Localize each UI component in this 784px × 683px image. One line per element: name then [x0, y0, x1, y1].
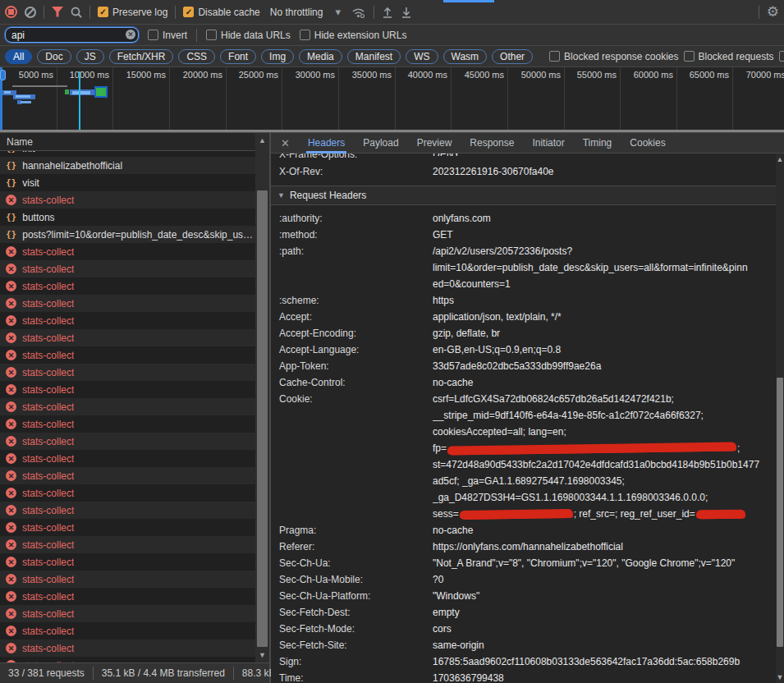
filter-chip-other[interactable]: Other — [492, 49, 533, 64]
close-icon[interactable]: ✕ — [281, 137, 290, 149]
table-row[interactable]: ✕stats-collect — [0, 536, 255, 553]
table-row[interactable]: ✕stats-collect — [0, 588, 255, 605]
header-value: 1703636799438 — [433, 670, 776, 683]
request-list-scrollbar[interactable]: ▲ ▼ — [255, 133, 269, 662]
fetch-xhr-icon: {} — [6, 160, 16, 171]
table-row[interactable]: ✕stats-collect — [0, 312, 255, 329]
table-row[interactable]: ✕stats-collect — [0, 605, 255, 622]
header-name: Time: — [271, 670, 433, 683]
table-row[interactable]: ✕stats-collect — [0, 450, 255, 467]
table-row[interactable]: ✕stats-collect — [0, 415, 255, 433]
filter-chip-wasm[interactable]: Wasm — [443, 49, 488, 64]
filter-chip-media[interactable]: Media — [299, 49, 342, 64]
request-headers-section[interactable]: ▼ Request Headers — [271, 186, 776, 205]
preserve-log-checkbox[interactable]: ✓ Preserve log — [98, 7, 167, 18]
filter-input[interactable] — [5, 27, 139, 43]
tab-preview[interactable]: Preview — [417, 133, 452, 154]
header-value: 16785:5aad9602cf110608b03133de563642fac1… — [433, 653, 776, 670]
disable-cache-checkbox[interactable]: ✓ Disable cache — [183, 7, 259, 18]
filter-chip-manifest[interactable]: Manifest — [347, 49, 401, 64]
hide-extension-urls-checkbox[interactable]: Hide extension URLs — [300, 30, 407, 41]
blocked-response-cookies-checkbox[interactable]: Blocked response cookies — [549, 51, 678, 62]
throttling-select[interactable]: No throttling ▾ — [270, 7, 341, 18]
table-row[interactable]: {}init — [0, 151, 255, 157]
table-row[interactable]: ✕stats-collect — [0, 622, 255, 639]
table-row[interactable]: {}visit — [0, 174, 255, 191]
tab-initiator[interactable]: Initiator — [532, 133, 564, 154]
filter-chip-img[interactable]: Img — [261, 49, 294, 64]
filter-chip-css[interactable]: CSS — [178, 49, 215, 64]
tab-payload[interactable]: Payload — [363, 133, 398, 154]
tab-headers[interactable]: Headers — [308, 133, 345, 154]
table-row[interactable]: ✕stats-collect — [0, 364, 255, 381]
request-count: 33 / 381 requests — [8, 667, 85, 679]
table-row[interactable]: ✕stats-collect — [0, 553, 255, 571]
scroll-down-icon[interactable]: ▼ — [776, 672, 784, 683]
network-conditions-icon[interactable] — [351, 7, 366, 18]
scroll-down-icon[interactable]: ▼ — [255, 649, 269, 661]
table-row[interactable]: ✕stats-collect — [0, 329, 255, 346]
tab-cookies[interactable]: Cookies — [630, 133, 665, 154]
clear-icon[interactable] — [25, 7, 36, 18]
scroll-up-icon[interactable]: ▲ — [255, 135, 269, 146]
table-row[interactable]: ✕stats-collect — [0, 467, 255, 484]
table-row[interactable]: ✕stats-collect — [0, 243, 255, 260]
scroll-up-icon[interactable]: ▲ — [776, 154, 784, 165]
table-row[interactable]: {}posts?limit=10&order=publish_date_desc… — [0, 226, 255, 243]
table-row[interactable]: ✕stats-collect — [0, 260, 255, 277]
import-har-icon[interactable] — [382, 7, 393, 18]
filter-chip-doc[interactable]: Doc — [37, 49, 71, 64]
filter-chip-all[interactable]: All — [5, 49, 32, 64]
table-row[interactable]: ✕stats-collect — [0, 519, 255, 536]
scrollbar-thumb[interactable] — [257, 190, 268, 647]
blocked-requests-checkbox[interactable]: Blocked requests — [684, 51, 774, 62]
network-overview-timeline[interactable]: 5000 ms10000 ms15000 ms20000 ms25000 ms3… — [0, 67, 784, 133]
request-name: stats-collect — [22, 522, 74, 534]
table-row[interactable]: ✕stats-collect — [0, 381, 255, 398]
name-column-header[interactable]: Name — [0, 133, 269, 151]
tab-timing[interactable]: Timing — [583, 133, 612, 154]
filter-chip-fetch-xhr[interactable]: Fetch/XHR — [109, 49, 174, 64]
filter-chip-js[interactable]: JS — [76, 49, 104, 64]
overview-brush-handle[interactable] — [0, 70, 6, 80]
third-party-requests-checkbox[interactable]: 3rd-party requests — [779, 51, 784, 62]
table-row[interactable]: ✕stats-collect — [0, 639, 255, 657]
detail-scrollbar[interactable]: ▲ ▼ — [776, 154, 784, 683]
request-name: hannahelizabethofficial — [22, 160, 122, 172]
table-row[interactable]: ✕stats-collect — [0, 295, 255, 312]
filter-icon[interactable] — [52, 7, 63, 17]
table-row[interactable]: ✕stats-collect — [0, 502, 255, 519]
table-row[interactable]: ✕stats-collect — [0, 484, 255, 502]
settings-gear-icon[interactable]: ⚙ — [767, 5, 779, 19]
hide-data-urls-checkbox[interactable]: Hide data URLs — [206, 30, 291, 41]
clear-filter-icon[interactable]: ✕ — [126, 30, 135, 39]
table-row[interactable]: {}buttons — [0, 209, 255, 226]
table-row[interactable]: ✕stats-collect — [0, 571, 255, 588]
export-har-icon[interactable] — [401, 7, 412, 18]
header-row: :path:/api2/v2/users/20572336/posts?limi… — [271, 243, 776, 292]
table-row[interactable]: ✕stats-collect — [0, 657, 255, 662]
header-name: Accept: — [271, 309, 433, 325]
filter-chip-ws[interactable]: WS — [406, 49, 438, 64]
header-row: Sec-Fetch-Site:same-origin — [271, 637, 776, 653]
invert-checkbox[interactable]: Invert — [148, 30, 187, 41]
tab-response[interactable]: Response — [470, 133, 514, 154]
filter-chip-font[interactable]: Font — [220, 49, 256, 64]
overview-splitter[interactable] — [0, 130, 784, 132]
table-row[interactable]: ✕stats-collect — [0, 433, 255, 450]
search-icon[interactable] — [71, 7, 82, 18]
record-icon[interactable] — [5, 6, 17, 18]
error-icon: ✕ — [6, 436, 16, 447]
disclosure-triangle-icon: ▼ — [277, 191, 285, 199]
scrollbar-thumb[interactable] — [777, 378, 783, 647]
header-value: onlyfans.com — [433, 210, 776, 227]
header-name: Sec-Ch-Ua-Platform: — [271, 588, 433, 604]
table-row[interactable]: {}hannahelizabethofficial — [0, 157, 255, 174]
checkbox-icon — [779, 51, 784, 62]
table-row[interactable]: ✕stats-collect — [0, 277, 255, 295]
status-divider — [233, 667, 234, 680]
table-row[interactable]: ✕stats-collect — [0, 398, 255, 415]
table-row[interactable]: ✕stats-collect — [0, 191, 255, 209]
table-row[interactable]: ✕stats-collect — [0, 346, 255, 364]
error-icon: ✕ — [6, 367, 16, 378]
